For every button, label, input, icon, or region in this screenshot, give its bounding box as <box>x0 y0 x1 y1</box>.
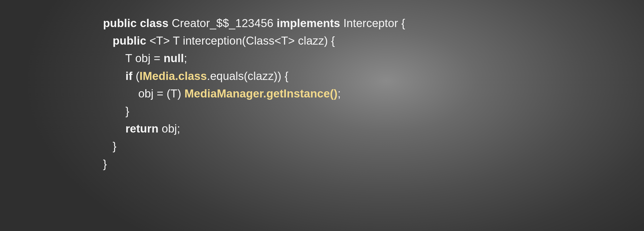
keyword-public-class: public class <box>103 17 168 29</box>
indent <box>103 52 125 64</box>
keyword-null: null <box>164 52 184 64</box>
mediamanager-getinstance: MediaManager.getInstance() <box>184 87 337 100</box>
indent <box>103 122 125 135</box>
keyword-if: if <box>125 70 132 82</box>
indent <box>103 140 113 152</box>
paren-open: ( <box>132 70 139 82</box>
brace-close: } <box>103 158 107 170</box>
keyword-implements: implements <box>277 17 340 29</box>
indent <box>103 105 125 117</box>
return-expr: obj; <box>158 122 180 135</box>
class-name: Creator_$$_123456 <box>168 17 277 29</box>
var-decl: T obj = <box>125 52 164 64</box>
assign-cast: obj = (T) <box>138 87 184 100</box>
indent <box>103 34 113 47</box>
keyword-return: return <box>125 122 158 135</box>
keyword-public: public <box>113 34 146 47</box>
method-signature: <T> T interception(Class<T> clazz) { <box>146 34 335 47</box>
indent <box>103 70 125 82</box>
brace-close: } <box>113 140 116 152</box>
semicolon: ; <box>184 52 187 64</box>
brace-close: } <box>125 105 129 117</box>
interface-name: Interceptor { <box>340 17 405 29</box>
imedia-class: IMedia.class <box>140 70 207 82</box>
code-block: public class Creator_$$_123456 implement… <box>103 14 405 173</box>
equals-call: .equals(clazz)) { <box>207 70 288 82</box>
indent <box>103 87 138 100</box>
semicolon: ; <box>337 87 341 100</box>
